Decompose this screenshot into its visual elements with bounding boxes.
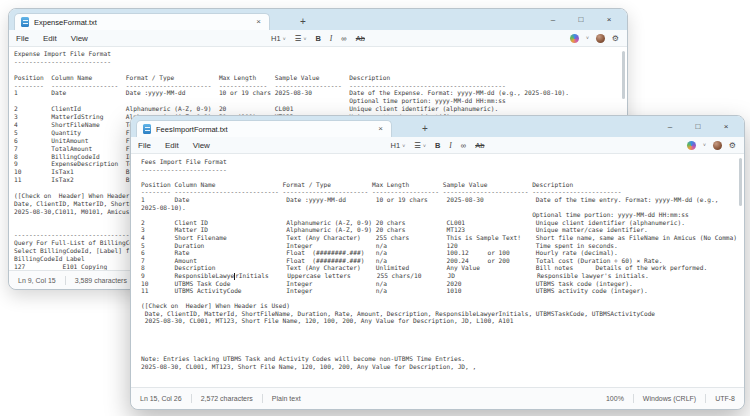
editor-line: ([Check on Header] When Header is Used) xyxy=(141,302,744,310)
chevron-down-icon: ˅ xyxy=(402,143,405,149)
tab-close-icon[interactable]: × xyxy=(254,18,263,26)
editor-line: 6 Rate Float (########.###) n/a 100.12 o… xyxy=(141,249,744,257)
heading-button[interactable]: H1 ˅ xyxy=(271,34,286,43)
editor-line xyxy=(141,295,744,303)
menu-edit[interactable]: Edit xyxy=(158,141,186,150)
editor-line: 2025-08-30, CL001, MT123, Short File Nam… xyxy=(141,317,744,325)
maximize-button[interactable]: □ xyxy=(567,9,595,30)
new-tab-button[interactable]: + xyxy=(296,17,310,27)
link-button[interactable]: ∞ xyxy=(461,141,466,150)
editor-line: 10 UTBMS Task Code Integer n/a 2020 UTBM… xyxy=(141,280,744,288)
window-controls: – □ × xyxy=(656,116,740,137)
menu-view[interactable]: View xyxy=(64,34,95,43)
editor-line: 1 Date Date :yyyy-MM-dd 10 or 19 chars 2… xyxy=(14,89,627,97)
editor-line: 2025-08-10). xyxy=(141,204,744,212)
editor-line xyxy=(141,340,744,348)
clear-format-button[interactable]: Ab xyxy=(356,34,365,43)
chevron-down-icon[interactable]: ˅ xyxy=(703,142,706,148)
editor-line: 11 UTBMS ActivityCode Integer n/a 1010 U… xyxy=(141,287,744,295)
menu-bar: File Edit View H1 ˅ ☰ ˅ B I ∞ Ab ˅ ⚙ xyxy=(9,30,627,47)
italic-button[interactable]: I xyxy=(330,34,333,43)
bold-button[interactable]: B xyxy=(315,34,320,43)
notepad-window-feesimportformat: FeesImportFormat.txt × + – □ × File Edit… xyxy=(130,115,745,410)
chevron-down-icon: ˅ xyxy=(283,36,286,42)
editor-line: Position Column Name Format / Type Max L… xyxy=(14,74,627,82)
copilot-icon[interactable] xyxy=(687,141,696,150)
editor-line: 2025-08-30, CL001, MT123, Short File Nam… xyxy=(141,363,744,371)
editor-line xyxy=(141,348,744,356)
tab-title: FeesImportFormat.txt xyxy=(156,125,371,134)
notepad-app-icon xyxy=(143,124,151,134)
notepad-app-icon xyxy=(21,17,29,27)
format-toolbar: H1 ˅ ☰ ˅ B I ∞ Ab xyxy=(271,34,365,43)
minimize-button[interactable]: – xyxy=(539,9,567,30)
heading-button[interactable]: H1 ˅ xyxy=(391,141,406,150)
editor-line: 2 Client ID Alphanumeric (A-Z, 0-9) 20 c… xyxy=(141,219,744,227)
close-button[interactable]: × xyxy=(712,116,740,137)
format-toolbar: H1 ˅ ☰ ˅ B I ∞ Ab xyxy=(391,141,485,150)
status-zoom-level[interactable]: 100% xyxy=(597,395,633,402)
tab-expenseformat[interactable]: ExpenseFormat.txt × xyxy=(14,13,270,30)
menu-edit[interactable]: Edit xyxy=(36,34,64,43)
tab-bar: FeesImportFormat.txt × + – □ × xyxy=(131,116,744,137)
editor-line: 1 Date Date :yyyy-MM-dd 10 or 19 chars 2… xyxy=(141,196,744,204)
status-encoding[interactable]: UTF-8 xyxy=(706,395,744,402)
tab-bar: ExpenseFormat.txt × + – □ × xyxy=(9,9,627,30)
editor-line: ----------------------- xyxy=(141,166,744,174)
link-button[interactable]: ∞ xyxy=(341,34,346,43)
status-character-count: 2,572 characters xyxy=(192,395,262,402)
editor-line: -------- ------------------ ------------… xyxy=(14,82,627,90)
text-caret xyxy=(234,273,235,280)
gear-icon[interactable]: ⚙ xyxy=(612,34,619,43)
minimize-button[interactable]: – xyxy=(656,116,684,137)
chevron-down-icon: ˅ xyxy=(304,36,307,42)
menu-view[interactable]: View xyxy=(186,141,217,150)
editor-line xyxy=(141,333,744,341)
status-doc-type: Plain text xyxy=(263,395,413,402)
scrollbar[interactable] xyxy=(622,51,625,99)
editor-line: Optional time portion: yyyy-MM-dd HH:mm:… xyxy=(141,211,744,219)
list-button[interactable]: ☰ ˅ xyxy=(414,141,426,150)
editor-line: Note: Entries lacking UTBMS Task and Act… xyxy=(141,355,744,363)
list-button[interactable]: ☰ ˅ xyxy=(295,34,307,43)
status-cursor-position: Ln 15, Col 26 xyxy=(131,395,191,402)
editor-line xyxy=(141,325,744,333)
editor-line: 7 Amount Float (########.###) n/a 200.24… xyxy=(141,257,744,265)
editor-line xyxy=(141,173,744,181)
editor-line xyxy=(14,66,627,74)
menu-bar: File Edit View H1 ˅ ☰ ˅ B I ∞ Ab ˅ ⚙ xyxy=(131,137,744,154)
tab-title: ExpenseFormat.txt xyxy=(34,18,249,27)
editor-line: -------------------------- xyxy=(14,58,627,66)
status-bar: Ln 15, Col 26 2,572 characters Plain tex… xyxy=(131,387,744,409)
new-tab-button[interactable]: + xyxy=(418,124,432,134)
avatar[interactable] xyxy=(713,141,722,150)
avatar[interactable] xyxy=(596,34,605,43)
tab-feesimportformat[interactable]: FeesImportFormat.txt × xyxy=(136,120,392,137)
editor-line: 3 Matter ID Alphanumeric (A-Z, 0-9) 20 c… xyxy=(141,226,744,234)
menu-file[interactable]: File xyxy=(9,34,36,43)
text-editor[interactable]: Fees Import File Format-----------------… xyxy=(131,154,744,390)
editor-line: Optional time portion: yyyy-MM-dd HH:mm:… xyxy=(14,97,627,105)
editor-line: 4 Short Filename Text (Any Character) 25… xyxy=(141,234,744,242)
gear-icon[interactable]: ⚙ xyxy=(729,141,736,150)
editor-line: 5 Duration Integer n/a 120 Time spent in… xyxy=(141,242,744,250)
bold-button[interactable]: B xyxy=(435,141,440,150)
chevron-down-icon: ˅ xyxy=(423,143,426,149)
menu-file[interactable]: File xyxy=(131,141,158,150)
editor-line: Fees Import File Format xyxy=(141,158,744,166)
chevron-down-icon[interactable]: ˅ xyxy=(586,35,589,41)
editor-line: Position Column Name Format / Type Max L… xyxy=(141,181,744,189)
tab-close-icon[interactable]: × xyxy=(376,125,385,133)
italic-button[interactable]: I xyxy=(449,141,452,150)
editor-line: 8 Description Text (Any Character) Unlim… xyxy=(141,264,744,272)
editor-line: -------- ---------------------------- --… xyxy=(141,188,744,196)
scrollbar[interactable] xyxy=(739,158,742,206)
clear-format-button[interactable]: Ab xyxy=(475,141,484,150)
status-line-ending[interactable]: Windows (CRLF) xyxy=(634,395,705,402)
maximize-button[interactable]: □ xyxy=(684,116,712,137)
close-button[interactable]: × xyxy=(595,9,623,30)
copilot-icon[interactable] xyxy=(570,34,579,43)
window-controls: – □ × xyxy=(539,9,623,30)
editor-line: 9 ResponsibleLawyerInitials Uppercase le… xyxy=(141,272,744,280)
editor-line: Expense Import File Format xyxy=(14,50,627,58)
